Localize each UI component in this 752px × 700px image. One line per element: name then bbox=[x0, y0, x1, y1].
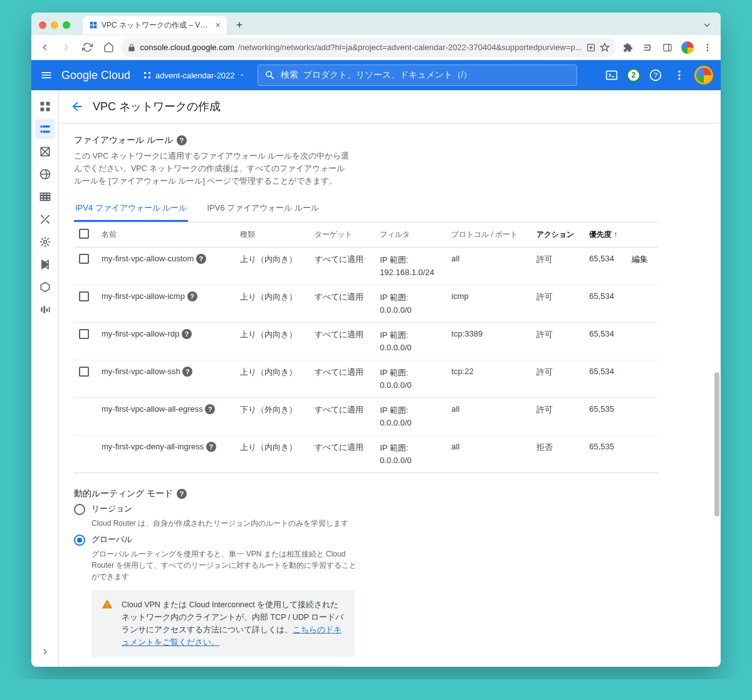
tab-close-icon[interactable]: × bbox=[216, 20, 221, 30]
svg-rect-8 bbox=[664, 44, 671, 51]
side-panel-icon[interactable] bbox=[659, 39, 676, 56]
help-icon[interactable]: ? bbox=[647, 66, 664, 84]
rule-priority: 65,535 bbox=[584, 436, 627, 473]
svg-rect-27 bbox=[40, 125, 50, 127]
home-button[interactable] bbox=[100, 39, 118, 56]
rule-filter: IP 範囲:192.168.1.0/24 bbox=[375, 248, 446, 285]
rule-type: 上り（内向き） bbox=[235, 323, 310, 360]
back-button[interactable] bbox=[36, 39, 54, 56]
help-icon[interactable]: ? bbox=[206, 442, 216, 452]
warning-icon bbox=[102, 598, 113, 649]
tab-ipv4[interactable]: IPV4 ファイアウォール ルール bbox=[74, 196, 188, 222]
th-name[interactable]: 名前 bbox=[97, 222, 235, 248]
rule-name: my-first-vpc-allow-all-egress bbox=[102, 404, 203, 414]
sidebar-vpc-icon[interactable] bbox=[35, 97, 55, 117]
reading-list-icon[interactable] bbox=[640, 39, 656, 56]
rule-proto: icmp bbox=[446, 285, 531, 323]
th-priority[interactable]: 優先度↑ bbox=[584, 222, 627, 248]
row-checkbox[interactable] bbox=[79, 329, 89, 339]
help-icon[interactable]: ? bbox=[182, 329, 192, 339]
row-checkbox[interactable] bbox=[79, 291, 89, 301]
help-icon[interactable]: ? bbox=[177, 135, 187, 145]
lock-icon bbox=[127, 43, 136, 52]
chevron-down-icon bbox=[239, 72, 245, 78]
th-filter[interactable]: フィルタ bbox=[375, 222, 446, 248]
tabs-expand-icon[interactable] bbox=[702, 20, 712, 30]
rule-priority: 65,535 bbox=[584, 398, 627, 436]
rule-type: 上り（内向き） bbox=[235, 248, 310, 285]
extensions-icon[interactable] bbox=[620, 39, 636, 56]
new-tab-button[interactable]: + bbox=[232, 18, 247, 33]
rule-type: 上り（内向き） bbox=[235, 285, 310, 323]
window-close[interactable] bbox=[39, 21, 46, 29]
reload-button[interactable] bbox=[79, 39, 97, 56]
nav-menu-button[interactable] bbox=[39, 68, 54, 83]
profile-avatar[interactable] bbox=[679, 39, 696, 56]
help-icon[interactable]: ? bbox=[187, 291, 197, 301]
radio-global[interactable] bbox=[74, 535, 85, 546]
rule-priority: 65,534 bbox=[584, 323, 627, 360]
project-picker[interactable]: advent-calendar-2022 bbox=[138, 68, 249, 83]
window-maximize[interactable] bbox=[63, 21, 70, 29]
row-checkbox[interactable] bbox=[79, 254, 89, 264]
sidebar-serverless-icon[interactable] bbox=[35, 277, 55, 297]
sidebar-shared-vpc-icon[interactable] bbox=[35, 254, 55, 274]
back-arrow-button[interactable] bbox=[70, 100, 84, 113]
url-host: console.cloud.google.com bbox=[140, 43, 234, 52]
sidebar-byoip-icon[interactable] bbox=[35, 164, 55, 184]
tab-ipv6[interactable]: IPV6 ファイアウォール ルール bbox=[206, 196, 320, 222]
rule-proto: all bbox=[446, 398, 531, 436]
gcp-logo[interactable]: Google Cloud bbox=[61, 69, 130, 82]
sidebar-ip-icon[interactable] bbox=[35, 142, 55, 162]
account-avatar[interactable] bbox=[694, 66, 713, 85]
svg-point-12 bbox=[707, 50, 709, 51]
help-icon[interactable]: ? bbox=[182, 367, 192, 377]
th-type[interactable]: 種類 bbox=[235, 222, 310, 248]
sidebar-expand-icon[interactable] bbox=[35, 642, 55, 662]
browser-tab[interactable]: VPC ネットワークの作成 – VPC … × bbox=[83, 16, 227, 34]
rule-proto: tcp:22 bbox=[446, 360, 531, 398]
search-prefix: 検索 bbox=[281, 70, 298, 81]
content-scroll: VPC ネットワークの作成 ファイアウォール ルール ? この VPC ネットワ… bbox=[59, 90, 721, 667]
radio-region[interactable] bbox=[74, 504, 85, 515]
more-menu-icon[interactable] bbox=[671, 66, 688, 84]
rule-filter: IP 範囲:0.0.0.0/0 bbox=[375, 398, 446, 436]
help-icon[interactable]: ? bbox=[196, 254, 206, 264]
th-proto[interactable]: プロトコル / ポート bbox=[446, 222, 531, 248]
rule-filter: IP 範囲:0.0.0.0/0 bbox=[375, 436, 446, 473]
cloud-shell-icon[interactable] bbox=[603, 66, 620, 84]
browser-menu-icon[interactable] bbox=[699, 39, 716, 56]
help-icon[interactable]: ? bbox=[205, 404, 215, 414]
sidebar-networks-icon[interactable] bbox=[35, 119, 55, 139]
bookmark-icon[interactable] bbox=[600, 43, 610, 53]
window-minimize[interactable] bbox=[51, 21, 58, 29]
select-all-checkbox[interactable] bbox=[79, 229, 89, 239]
svg-point-21 bbox=[678, 74, 680, 76]
url-bar[interactable]: console.cloud.google.com /networking/net… bbox=[121, 38, 615, 57]
rule-name: my-first-vpc-allow-rdp bbox=[102, 329, 179, 338]
sidebar-routes-icon[interactable] bbox=[35, 209, 55, 229]
firewall-desc: この VPC ネットワークに適用するファイアウォール ルールを次の中から選んでく… bbox=[74, 150, 350, 187]
rule-priority: 65,534 bbox=[584, 248, 627, 285]
th-target[interactable]: ターゲット bbox=[310, 222, 375, 248]
vpn-warning-text: Cloud VPN または Cloud Interconnect を使用して接続… bbox=[122, 598, 345, 649]
svg-point-30 bbox=[42, 131, 43, 132]
search-bar[interactable]: 検索 プロダクト、リソース、ドキュメント（/） bbox=[258, 65, 577, 86]
svg-rect-38 bbox=[46, 196, 50, 197]
th-action[interactable]: アクション bbox=[531, 222, 584, 248]
share-icon[interactable] bbox=[586, 43, 596, 53]
sidebar-peering-icon[interactable] bbox=[35, 232, 55, 252]
url-path: /networking/networks/add?hl=ja&project=a… bbox=[238, 43, 582, 52]
notification-badge[interactable]: 2 bbox=[627, 68, 640, 82]
project-name: advent-calendar-2022 bbox=[155, 71, 234, 80]
row-checkbox[interactable] bbox=[79, 367, 89, 377]
svg-point-13 bbox=[144, 72, 147, 75]
scrollbar-thumb[interactable] bbox=[714, 372, 719, 516]
project-icon bbox=[143, 71, 152, 80]
sidebar-firewall-icon[interactable] bbox=[35, 187, 55, 207]
edit-button[interactable]: 編集 bbox=[632, 254, 648, 264]
forward-button[interactable] bbox=[58, 39, 75, 56]
sidebar-packet-icon[interactable] bbox=[35, 300, 55, 320]
rule-type: 上り（内向き） bbox=[235, 360, 310, 398]
help-icon[interactable]: ? bbox=[177, 489, 187, 499]
